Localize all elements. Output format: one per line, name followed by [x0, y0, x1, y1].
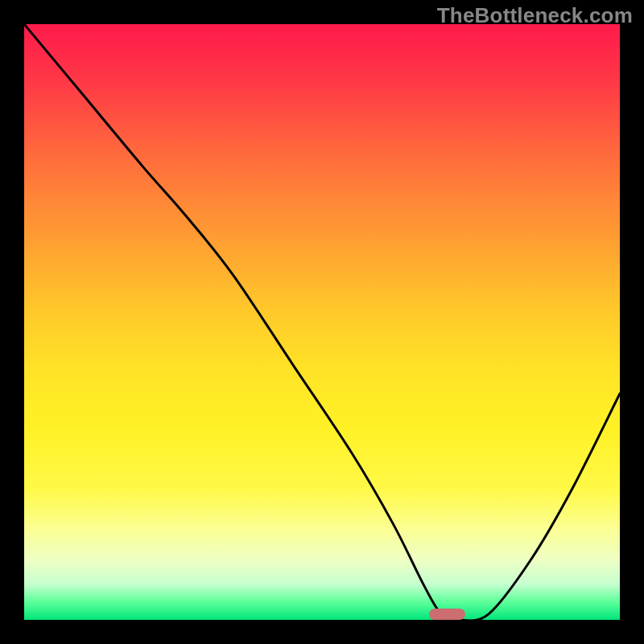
chart-frame: TheBottleneck.com — [0, 0, 644, 644]
optimal-marker — [429, 609, 464, 620]
watermark-text: TheBottleneck.com — [437, 3, 633, 28]
plot-area — [24, 24, 620, 620]
bottleneck-curve — [24, 24, 620, 620]
